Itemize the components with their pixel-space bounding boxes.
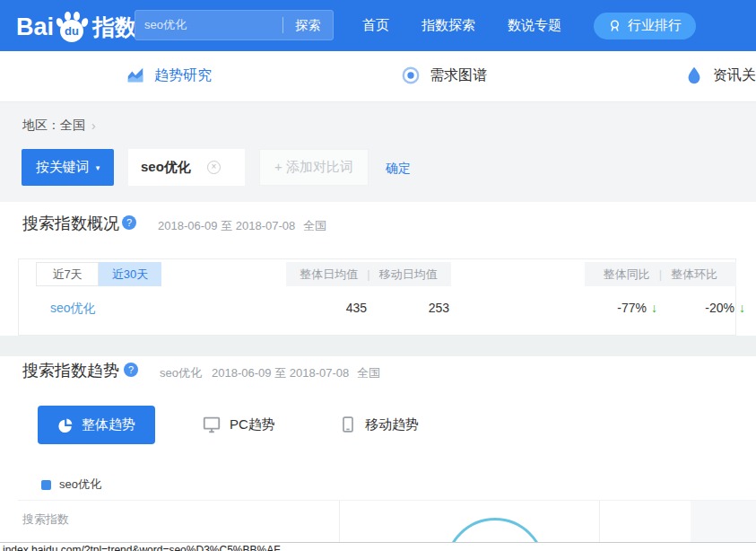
baidu-index-page: Bai du 指数 探索 首页 指数探索 数说专题 行业排行	[0, 0, 756, 551]
region-label: 地区：全国	[22, 118, 85, 134]
caret-down-icon: ▾	[96, 163, 100, 172]
chart-row-label: 搜索指数	[22, 512, 69, 528]
nav-item-data-topics[interactable]: 数说专题	[508, 17, 561, 34]
col-yoy-header: 整体同比	[604, 267, 650, 283]
explore-search-button[interactable]: 探索	[282, 17, 333, 33]
baidu-paw-icon: du	[55, 10, 89, 42]
ranking-button-label: 行业排行	[628, 17, 682, 34]
legend-label: seo优化	[59, 477, 101, 493]
subnav-label: 资讯关注	[713, 66, 756, 85]
col-overall-avg-header: 整体日均值	[300, 267, 358, 283]
yoy-percent: -77%	[617, 301, 647, 315]
monitor-icon	[202, 415, 222, 434]
module-subnav: 趋势研究 需求图谱 资讯关注	[0, 51, 756, 102]
keyword-type-dropdown[interactable]: 按关键词 ▾	[22, 149, 114, 186]
chevron-right-icon: ›	[91, 118, 96, 133]
mom-value: -20% ↓	[647, 301, 745, 315]
down-arrow-icon: ↓	[739, 301, 745, 315]
subnav-item-trend-research[interactable]: 趋势研究	[126, 66, 212, 85]
keyword-input-box: ×	[128, 149, 245, 186]
subnav-label: 需求图谱	[430, 66, 487, 85]
tab-pc-trend[interactable]: PC趋势	[202, 415, 275, 434]
pie-chart-icon	[57, 417, 74, 433]
tab-overall-trend[interactable]: 整体趋势	[38, 406, 155, 444]
keyword-filter-band: 地区：全国 › 按关键词 ▾ × + 添加对比词 确定	[0, 102, 756, 202]
header-divider: |	[367, 267, 369, 281]
tab-overall-label: 整体趋势	[82, 416, 135, 433]
trend-date-range: 2018-06-09 至 2018-07-08	[212, 365, 349, 381]
nav-item-index-explore[interactable]: 指数探索	[421, 17, 475, 34]
overview-help-icon[interactable]: ?	[122, 215, 136, 230]
keyword-type-label: 按关键词	[36, 159, 90, 176]
overview-section-title: 搜索指数概况	[22, 213, 119, 234]
overall-avg-value: 435	[304, 301, 367, 315]
header-divider: |	[659, 267, 662, 281]
nav-item-home[interactable]: 首页	[362, 17, 389, 34]
add-compare-word-button[interactable]: + 添加对比词	[259, 149, 369, 186]
demand-map-icon	[401, 66, 421, 85]
chart-legend-item[interactable]: seo优化	[41, 477, 101, 493]
subnav-label: 趋势研究	[154, 66, 212, 85]
chart-column-separator	[599, 501, 600, 542]
industry-ranking-button[interactable]: 行业排行	[594, 13, 696, 39]
section-divider	[0, 336, 756, 356]
header-search-input[interactable]	[135, 19, 282, 32]
trend-research-icon	[126, 66, 145, 85]
trend-keyword: seo优化	[160, 365, 202, 381]
browser-status-bar: index.baidu.com/?tpl=trend&word=seo%D3%C…	[0, 542, 756, 551]
header-search-box: 探索	[135, 10, 334, 40]
news-attention-icon	[684, 66, 704, 85]
mom-percent: -20%	[705, 301, 734, 315]
mobile-avg-value: 253	[395, 301, 449, 315]
trend-region: 全国	[357, 365, 380, 381]
trend-section-title: 搜索指数趋势	[22, 360, 119, 381]
col-mobile-avg-header: 移动日均值	[379, 267, 438, 283]
subnav-item-demand-map[interactable]: 需求图谱	[401, 66, 487, 85]
status-url: index.baidu.com/?tpl=trend&word=seo%D3%C…	[3, 544, 281, 551]
overview-card: 近7天 近30天 整体日均值 | 移动日均值 整体同比 | 整体环比 seo优化…	[18, 258, 736, 336]
overview-avg-headers: 整体日均值 | 移动日均值	[286, 262, 451, 286]
ranking-medal-icon	[608, 19, 621, 32]
overview-date-range: 2018-06-09 至 2018-07-08	[158, 218, 295, 234]
overview-row-keyword-link[interactable]: seo优化	[50, 301, 96, 317]
mobile-phone-icon	[339, 415, 357, 434]
tab-pc-label: PC趋势	[230, 416, 275, 433]
top-header: Bai du 指数 探索 首页 指数探索 数说专题 行业排行	[0, 0, 756, 51]
logo-text-du: du	[60, 20, 83, 42]
chart-row-divider	[18, 500, 756, 501]
chart-column-separator	[339, 501, 340, 542]
tab-last-7-days[interactable]: 近7天	[36, 262, 99, 286]
tab-mobile-trend[interactable]: 移动趋势	[339, 415, 419, 434]
clear-keyword-icon[interactable]: ×	[207, 161, 221, 174]
region-selector[interactable]: 地区：全国 ›	[22, 118, 96, 134]
chart-column-shade	[691, 501, 756, 542]
col-mom-header: 整体环比	[671, 267, 717, 283]
logo-text-bai: Bai	[16, 12, 54, 42]
overview-region: 全国	[303, 218, 326, 234]
tab-last-30-days[interactable]: 近30天	[99, 262, 161, 286]
logo-text-suffix: 指数	[92, 12, 137, 42]
keyword-input[interactable]	[128, 160, 207, 175]
header-nav: 首页 指数探索 数说专题 行业排行	[362, 0, 696, 51]
subnav-item-news-attention[interactable]: 资讯关注	[684, 66, 756, 85]
trend-help-icon[interactable]: ?	[124, 363, 138, 377]
overview-compare-headers: 整体同比 | 整体环比	[585, 262, 736, 286]
confirm-button[interactable]: 确定	[386, 161, 411, 177]
baidu-index-logo[interactable]: Bai du 指数	[16, 10, 137, 42]
yoy-value: -77% ↓	[557, 301, 657, 315]
legend-swatch	[41, 480, 51, 490]
tab-mobile-label: 移动趋势	[365, 416, 419, 433]
